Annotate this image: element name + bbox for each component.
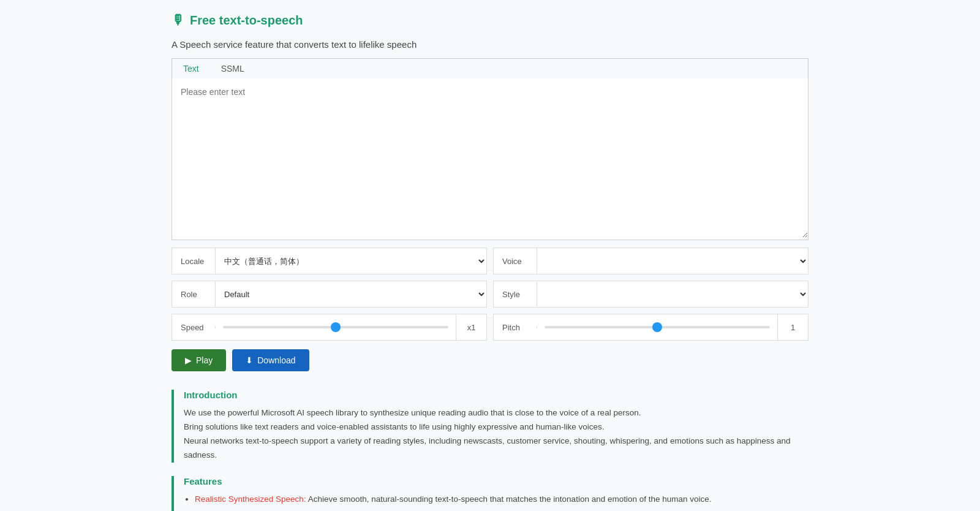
pitch-slider-wrapper (537, 326, 777, 328)
speed-slider-wrapper (215, 326, 456, 328)
pitch-label: Pitch (494, 323, 537, 332)
pitch-control: Pitch 1 (493, 314, 809, 341)
features-section: Features Realistic Synthesized Speech: A… (172, 476, 809, 511)
text-input[interactable] (172, 78, 808, 238)
action-buttons: ▶ Play ⬇ Download (172, 349, 809, 371)
download-button[interactable]: ⬇ Download (232, 349, 309, 371)
locale-label: Locale (172, 257, 215, 266)
role-label: Role (172, 290, 215, 299)
introduction-text: We use the powerful Microsoft AI speech … (184, 406, 809, 463)
introduction-section: Introduction We use the powerful Microso… (172, 390, 809, 463)
style-label: Style (494, 290, 537, 299)
voice-select[interactable] (537, 248, 808, 274)
intro-line-3: Neural networks text-to-speech support a… (184, 434, 809, 463)
features-list: Realistic Synthesized Speech: Achieve sm… (184, 493, 809, 511)
locale-select[interactable]: 中文（普通话，简体） (215, 248, 486, 274)
style-select[interactable] (537, 281, 808, 307)
app-title: 🎙 Free text-to-speech (172, 12, 809, 28)
feature-key-1: Realistic Synthesized Speech: (195, 494, 306, 504)
style-control: Style (493, 281, 809, 308)
pitch-value: 1 (777, 314, 808, 340)
text-input-wrapper (172, 78, 809, 240)
tab-text[interactable]: Text (172, 59, 210, 80)
speed-slider[interactable] (223, 326, 448, 328)
role-select[interactable]: Default (215, 281, 486, 307)
tab-ssml[interactable]: SSML (210, 59, 255, 80)
intro-line-2: Bring solutions like text readers and vo… (184, 420, 809, 434)
waveform-icon: 🎙 (172, 12, 185, 28)
feature-text-1: Achieve smooth, natural-sounding text-to… (308, 494, 712, 504)
introduction-title: Introduction (184, 390, 809, 400)
subtitle: A Speech service feature that converts t… (172, 39, 809, 50)
play-button[interactable]: ▶ Play (172, 349, 226, 371)
play-icon: ▶ (185, 355, 192, 365)
list-item: Realistic Synthesized Speech: Achieve sm… (195, 493, 809, 506)
download-icon: ⬇ (246, 355, 253, 365)
controls-grid: Locale 中文（普通话，简体） Voice Role Default Sty… (172, 248, 809, 341)
locale-control: Locale 中文（普通话，简体） (172, 248, 487, 274)
pitch-slider[interactable] (545, 326, 770, 328)
speed-value: x1 (456, 314, 486, 340)
speed-control: Speed x1 (172, 314, 487, 341)
features-title: Features (184, 476, 809, 486)
voice-control: Voice (493, 248, 809, 274)
speed-label: Speed (172, 323, 215, 332)
role-control: Role Default (172, 281, 487, 308)
voice-label: Voice (494, 257, 537, 266)
tab-bar: Text SSML (172, 58, 809, 78)
intro-line-1: We use the powerful Microsoft AI speech … (184, 406, 809, 420)
